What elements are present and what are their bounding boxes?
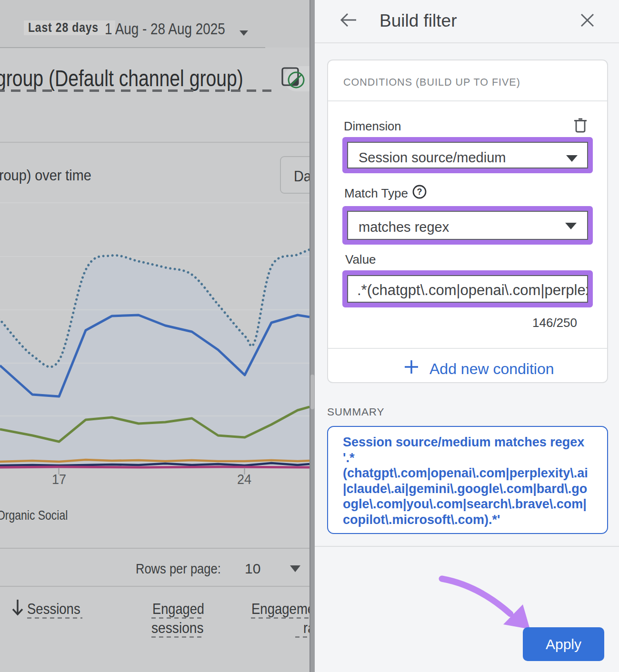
svg-text:?: ? bbox=[417, 187, 422, 197]
